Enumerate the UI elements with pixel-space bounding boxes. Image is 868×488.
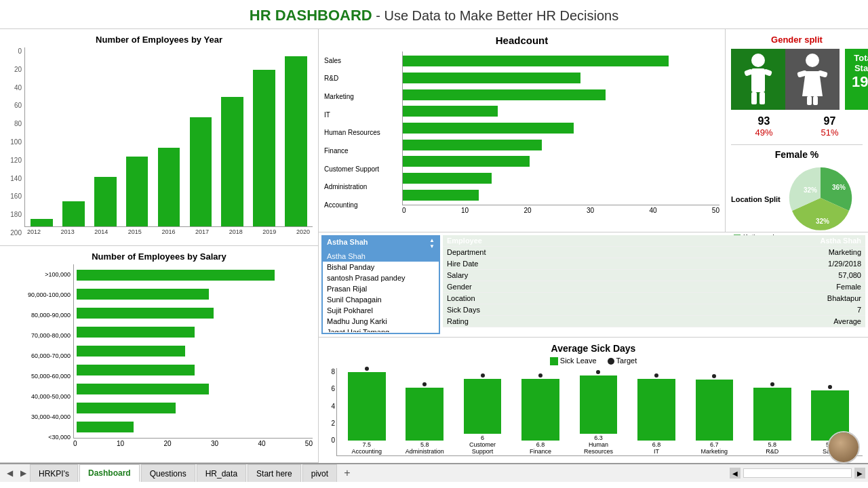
sick-value: 6.7: [710, 441, 719, 448]
headcount-bar: [403, 190, 479, 201]
salary-bar: [77, 327, 195, 338]
y-axis-year: 200 180 160 140 120 100 80 60 40 20 0: [5, 47, 24, 237]
salary-bar: [77, 270, 275, 281]
female-pct-title: Female %: [731, 149, 863, 160]
employee-item[interactable]: Madhu Jung Karki: [323, 316, 439, 327]
svg-text:36%: 36%: [832, 184, 846, 191]
tab-bar-right: ◀ ▶: [730, 464, 865, 482]
detail-row: GenderFemale: [443, 281, 865, 293]
svg-rect-2: [751, 92, 757, 104]
salary-bar-row: [74, 325, 313, 340]
tab-add[interactable]: +: [338, 464, 355, 482]
employee-item[interactable]: Prasan Rijal: [323, 283, 439, 294]
tab-hr-data[interactable]: HR_data: [197, 464, 246, 482]
headcount-bar-row: [403, 171, 719, 185]
tab-prev[interactable]: ◀: [3, 464, 16, 482]
target-dot-indicator: [828, 385, 832, 389]
female-pct: 51%: [821, 127, 838, 138]
svg-text:32%: 32%: [804, 186, 817, 194]
scroll-down[interactable]: ▼: [429, 244, 435, 249]
sick-label: Administration: [406, 448, 444, 455]
tab-pivot[interactable]: pivot: [302, 464, 337, 482]
salary-bars-area: [73, 264, 313, 439]
sick-value: 7.5: [362, 441, 371, 448]
headcount-bar: [403, 56, 669, 66]
target-dot-indicator: [538, 373, 542, 378]
sick-bar-group: 5.8Administration: [397, 368, 451, 455]
gender-numbers: 93 49% 97 51%: [731, 115, 863, 138]
employee-item[interactable]: Sunil Chapagain: [323, 294, 439, 305]
target-dot-indicator: [654, 373, 658, 378]
salary-bar: [77, 365, 195, 375]
sick-bar-group: 6.3HumanResources: [572, 368, 625, 455]
male-pct: 49%: [755, 127, 772, 138]
employee-item[interactable]: Sujit Pokharel: [323, 305, 439, 316]
detail-label: Sick Days: [443, 304, 650, 316]
employee-list-items[interactable]: Astha ShahBishal Pandaysantosh Prasad pa…: [323, 251, 439, 332]
scroll-arrows[interactable]: ▲ ▼: [429, 238, 435, 249]
location-split-label: Location Split: [731, 195, 781, 203]
salary-bar-row: [74, 363, 313, 378]
target-dot: [608, 358, 614, 365]
employee-detail-table: Employee Astha Shah DepartmentMarketingH…: [443, 235, 865, 334]
sick-value: 6.3: [594, 434, 603, 441]
detail-header-col2: Astha Shah: [650, 235, 865, 247]
year-bar-group: [282, 47, 310, 226]
scroll-up[interactable]: ▲: [429, 238, 435, 243]
employee-item[interactable]: Bishal Panday: [323, 262, 439, 272]
sick-bar-group: 7.5Accounting: [340, 368, 393, 455]
headcount-bar: [403, 156, 530, 167]
sick-bar-group: 5.8R&D: [745, 368, 799, 455]
salary-bar-row: [74, 287, 313, 302]
employee-item[interactable]: Astha Shah: [323, 251, 439, 262]
sick-bar: [753, 388, 791, 441]
headcount-chart: Headcount SalesR&DMarketingITHuman Resou…: [319, 29, 726, 232]
tab-next[interactable]: ▶: [16, 464, 30, 482]
gender-section: Gender split: [726, 29, 868, 232]
salary-bar-row: [74, 268, 313, 283]
salary-bar: [77, 403, 176, 413]
year-bar: [253, 70, 275, 226]
headcount-bar-row: [403, 54, 719, 68]
sick-label: IT: [654, 448, 659, 455]
salary-bar-row: [74, 420, 313, 434]
target-dot-indicator: [770, 382, 774, 386]
headcount-bar: [403, 106, 498, 117]
employee-item[interactable]: Jagat Hari Tamang: [323, 327, 439, 332]
tab-dashboard[interactable]: Dashboard: [79, 464, 140, 482]
year-bar-group: [28, 47, 56, 226]
tab-scroll-right[interactable]: ▶: [854, 468, 865, 479]
employees-by-salary-title: Number of Employees by Salary: [5, 251, 313, 262]
svg-text:32%: 32%: [816, 218, 829, 225]
year-x-labels: 201220132014201520162017201820192020: [24, 227, 313, 237]
tab-scroll-track[interactable]: [743, 468, 852, 478]
sick-bar: [521, 379, 559, 441]
headcount-bar-row: [403, 188, 719, 202]
employee-scroll-area[interactable]: Astha ShahBishal Pandaysantosh Prasad pa…: [323, 251, 439, 332]
sick-bar-group: 6.7Marketing: [688, 368, 741, 455]
male-count: 93: [755, 115, 772, 127]
sick-bars-container: 7.5Accounting5.8Administration6CustomerS…: [336, 368, 863, 456]
svg-rect-1: [751, 68, 765, 92]
headcount-bar-row: [403, 104, 719, 118]
detail-value: Bhaktapur: [650, 293, 865, 304]
headcount-y-labels: SalesR&DMarketingITHuman ResourcesFinanc…: [324, 52, 402, 214]
sick-value: 6.8: [536, 441, 545, 448]
sick-leave-label: Sick Leave: [560, 357, 597, 365]
year-bar: [190, 117, 212, 226]
main-title: HR DASHBOARD: [250, 7, 372, 24]
sick-label: Accounting: [351, 448, 382, 455]
sick-bar-group: 6CustomerSupport: [456, 368, 509, 455]
tab-questions[interactable]: Questions: [141, 464, 195, 482]
employee-list: Astha Shah ▲ ▼ Astha ShahBishal Pandaysa…: [321, 235, 440, 334]
tab-hrkpi-s[interactable]: HRKPI's: [30, 464, 78, 482]
sick-value: 5.8: [768, 441, 777, 448]
total-staff-label: Total Staff: [852, 53, 868, 73]
salary-bar: [77, 346, 185, 357]
detail-label: Location: [443, 293, 650, 304]
sick-legend: Sick Leave Target: [324, 357, 863, 365]
tab-start-here[interactable]: Start here: [248, 464, 301, 482]
employee-item[interactable]: santosh Prasad pandey: [323, 272, 439, 283]
tab-scroll-left[interactable]: ◀: [730, 468, 741, 479]
female-icon: [785, 49, 840, 110]
